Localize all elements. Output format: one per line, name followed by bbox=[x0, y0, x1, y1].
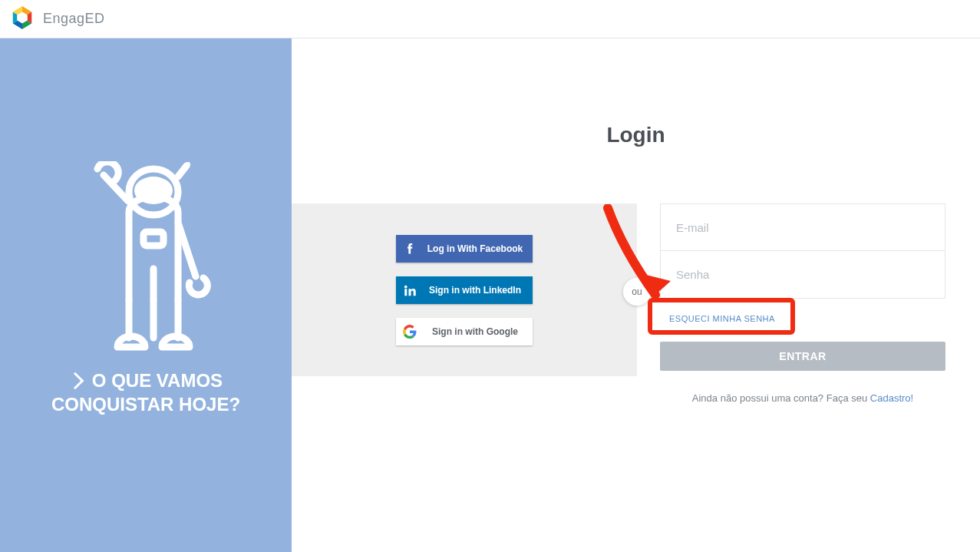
page: O QUE VAMOS CONQUISTAR HOJE? Login Log i… bbox=[0, 38, 980, 552]
signup-prompt: Ainda não possui uma conta? Faça seu Cad… bbox=[660, 392, 945, 404]
chevron-right-icon bbox=[67, 372, 84, 389]
or-divider: ou bbox=[623, 278, 651, 306]
sidebar: O QUE VAMOS CONQUISTAR HOJE? bbox=[0, 38, 292, 552]
signup-link[interactable]: Cadastro! bbox=[870, 392, 913, 404]
linkedin-login-button[interactable]: Sign in with LinkedIn bbox=[396, 276, 533, 304]
svg-line-9 bbox=[178, 166, 186, 177]
linkedin-login-label: Sign in with LinkedIn bbox=[424, 285, 533, 296]
brand[interactable]: EngagED bbox=[9, 5, 105, 34]
signup-prefix: Ainda não possui uma conta? Faça seu bbox=[692, 392, 870, 404]
email-field[interactable] bbox=[660, 203, 945, 251]
astronaut-icon bbox=[81, 161, 211, 361]
facebook-icon bbox=[396, 235, 424, 263]
submit-button[interactable]: ENTRAR bbox=[660, 342, 945, 371]
topbar: EngagED bbox=[0, 0, 980, 38]
forgot-password-link[interactable]: ESQUECI MINHA SENHA bbox=[669, 314, 775, 323]
social-panel: Log in With Facebook Sign in with Linked… bbox=[292, 203, 637, 376]
brand-name: EngagED bbox=[43, 11, 105, 27]
page-title: Login bbox=[292, 123, 980, 147]
main: Login Log in With Facebook Sign in with … bbox=[292, 38, 980, 552]
brand-logo-icon bbox=[9, 5, 35, 34]
google-icon bbox=[396, 318, 424, 345]
linkedin-icon bbox=[396, 276, 424, 304]
sidebar-caption: O QUE VAMOS CONQUISTAR HOJE? bbox=[51, 369, 240, 416]
google-login-label: Sign in with Google bbox=[424, 326, 533, 337]
sidebar-caption-line1: O QUE VAMOS bbox=[92, 369, 223, 392]
svg-rect-11 bbox=[144, 232, 163, 246]
or-label: ou bbox=[632, 286, 642, 297]
password-field[interactable] bbox=[660, 251, 945, 299]
sidebar-caption-line2: CONQUISTAR HOJE? bbox=[51, 392, 240, 416]
google-login-button[interactable]: Sign in with Google bbox=[396, 318, 533, 345]
login-form: ESQUECI MINHA SENHA ENTRAR Ainda não pos… bbox=[660, 203, 945, 404]
svg-point-10 bbox=[186, 162, 190, 167]
facebook-login-label: Log in With Facebook bbox=[424, 243, 533, 254]
facebook-login-button[interactable]: Log in With Facebook bbox=[396, 235, 533, 263]
